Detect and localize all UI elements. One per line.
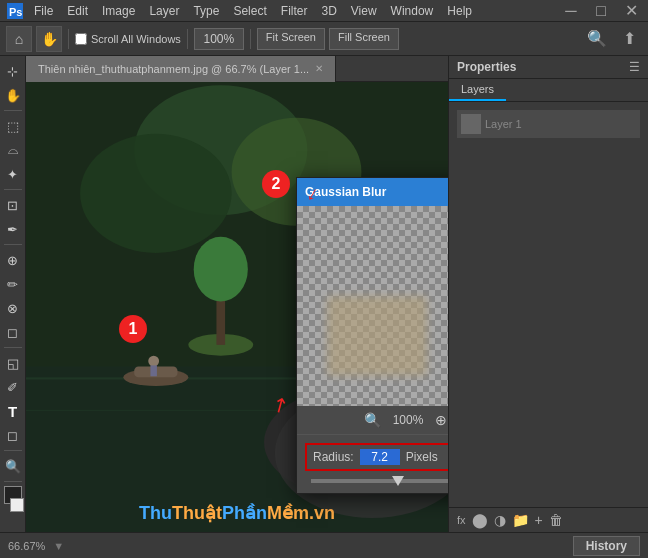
zoom-display: 100% bbox=[194, 28, 244, 50]
radius-unit: Pixels bbox=[406, 450, 438, 464]
slider-row bbox=[305, 477, 448, 485]
canvas-area: Thiên nhiên_thuthuatphanmem.jpg @ 66.7% … bbox=[26, 56, 448, 532]
pen-tool[interactable]: ✐ bbox=[2, 376, 24, 398]
panel-new-layer-icon[interactable]: + bbox=[535, 512, 543, 528]
eraser-tool[interactable]: ◻ bbox=[2, 321, 24, 343]
layers-tab[interactable]: Layers bbox=[449, 79, 506, 101]
preview-controls: 🔍 100% ⊕ bbox=[297, 406, 448, 434]
tab-filename: Thiên nhiên_thuthuatphanmem.jpg @ 66.7% … bbox=[38, 63, 309, 75]
menu-bar: Ps File Edit Image Layer Type Select Fil… bbox=[0, 0, 648, 22]
hand-tool-left[interactable]: ✋ bbox=[2, 84, 24, 106]
dialog-title-text: Gaussian Blur bbox=[305, 185, 448, 199]
arrow-1-indicator: ↗ bbox=[266, 390, 293, 419]
history-button[interactable]: History bbox=[573, 536, 640, 556]
right-panel: Properties ☰ Layers Layer 1 fx ⬤ ◑ 📁 + 🗑 bbox=[448, 56, 648, 532]
gaussian-blur-dialog: Gaussian Blur ✕ 🔍 100% ⊕ bbox=[296, 177, 448, 494]
lt-separator-4 bbox=[4, 347, 22, 348]
panel-content: Layer 1 bbox=[449, 102, 648, 507]
lasso-tool[interactable]: ⌓ bbox=[2, 139, 24, 161]
menu-edit[interactable]: Edit bbox=[61, 2, 94, 20]
dialog-preview-area: 🔍 100% ⊕ bbox=[297, 206, 448, 434]
panel-menu-icon[interactable]: ☰ bbox=[629, 60, 640, 74]
menu-select[interactable]: Select bbox=[227, 2, 272, 20]
menu-3d[interactable]: 3D bbox=[315, 2, 342, 20]
preview-blur-area bbox=[327, 296, 427, 376]
scroll-all-checkbox[interactable] bbox=[75, 33, 87, 45]
lt-separator-1 bbox=[4, 110, 22, 111]
dialog-footer: Radius: 7.2 Pixels bbox=[297, 434, 448, 493]
home-button[interactable]: ⌂ bbox=[6, 26, 32, 52]
hand-tool[interactable]: ✋ bbox=[36, 26, 62, 52]
quick-select-tool[interactable]: ✦ bbox=[2, 163, 24, 185]
app-logo: Ps bbox=[4, 0, 26, 22]
menu-help[interactable]: Help bbox=[441, 2, 478, 20]
menu-type[interactable]: Type bbox=[187, 2, 225, 20]
scroll-all-container: Scroll All Windows bbox=[75, 33, 181, 45]
lt-separator-5 bbox=[4, 450, 22, 451]
background-color[interactable] bbox=[10, 498, 24, 512]
panel-fx-icon[interactable]: fx bbox=[457, 514, 466, 526]
maximize-button[interactable]: □ bbox=[588, 0, 614, 24]
menu-layer[interactable]: Layer bbox=[143, 2, 185, 20]
gradient-tool[interactable]: ◱ bbox=[2, 352, 24, 374]
radius-value[interactable]: 7.2 bbox=[360, 449, 400, 465]
zoom-tool-left[interactable]: 🔍 bbox=[2, 455, 24, 477]
fit-screen-button[interactable]: Fit Screen bbox=[257, 28, 325, 50]
panel-mask-icon[interactable]: ⬤ bbox=[472, 512, 488, 528]
clone-tool[interactable]: ⊗ bbox=[2, 297, 24, 319]
search-icon[interactable]: 🔍 bbox=[584, 26, 610, 52]
text-tool[interactable]: T bbox=[2, 400, 24, 422]
toolbar-separator bbox=[68, 29, 69, 49]
shape-tool[interactable]: ◻ bbox=[2, 424, 24, 446]
close-button[interactable]: ✕ bbox=[618, 0, 644, 24]
menu-view[interactable]: View bbox=[345, 2, 383, 20]
radius-slider-thumb[interactable] bbox=[392, 476, 404, 486]
zoom-in-icon[interactable]: ⊕ bbox=[435, 412, 447, 428]
toolbar: ⌂ ✋ Scroll All Windows 100% Fit Screen F… bbox=[0, 22, 648, 56]
lt-separator-6 bbox=[4, 481, 22, 482]
lt-separator-3 bbox=[4, 244, 22, 245]
panel-header: Properties ☰ bbox=[449, 56, 648, 79]
canvas-content: ThuThuậtPhầnMềm.vn 1 Gaussian Blur ✕ bbox=[26, 82, 448, 532]
tab-close-button[interactable]: ✕ bbox=[315, 63, 323, 74]
brush-tool[interactable]: ✏ bbox=[2, 273, 24, 295]
upload-icon[interactable]: ⬆ bbox=[616, 26, 642, 52]
panel-delete-icon[interactable]: 🗑 bbox=[549, 512, 563, 528]
panel-folder-icon[interactable]: 📁 bbox=[512, 512, 529, 528]
marquee-tool[interactable]: ⬚ bbox=[2, 115, 24, 137]
minimize-button[interactable]: ─ bbox=[558, 0, 584, 24]
scroll-all-label: Scroll All Windows bbox=[91, 33, 181, 45]
crop-tool[interactable]: ⊡ bbox=[2, 194, 24, 216]
preview-zoom-label: 100% bbox=[393, 413, 424, 427]
left-toolbar: ⊹ ✋ ⬚ ⌓ ✦ ⊡ ✒ ⊕ ✏ ⊗ ◻ ◱ ✐ T ◻ 🔍 bbox=[0, 56, 26, 532]
radius-row: Radius: 7.2 Pixels bbox=[305, 443, 448, 471]
radius-slider-track[interactable] bbox=[311, 479, 448, 483]
menu-window[interactable]: Window bbox=[385, 2, 440, 20]
panel-bottom-bar: fx ⬤ ◑ 📁 + 🗑 bbox=[449, 507, 648, 532]
dialog-body: 🔍 100% ⊕ OK Cancel Preview bbox=[297, 206, 448, 434]
status-zoom: 66.67% bbox=[8, 540, 45, 552]
tab-bar: Thiên nhiên_thuthuatphanmem.jpg @ 66.7% … bbox=[26, 56, 448, 82]
main-area: ⊹ ✋ ⬚ ⌓ ✦ ⊡ ✒ ⊕ ✏ ⊗ ◻ ◱ ✐ T ◻ 🔍 Thiên nh… bbox=[0, 56, 648, 532]
panel-tabs: Layers bbox=[449, 79, 648, 102]
layer-item-1[interactable]: Layer 1 bbox=[485, 118, 522, 130]
radius-label: Radius: bbox=[313, 450, 354, 464]
menu-image[interactable]: Image bbox=[96, 2, 141, 20]
menu-file[interactable]: File bbox=[28, 2, 59, 20]
badge-2: 2 bbox=[262, 170, 290, 198]
status-bar: 66.67% ▼ History bbox=[0, 532, 648, 558]
fill-screen-button[interactable]: Fill Screen bbox=[329, 28, 399, 50]
panel-adjust-icon[interactable]: ◑ bbox=[494, 512, 506, 528]
toolbar-separator-2 bbox=[187, 29, 188, 49]
toolbar-right: 🔍 ⬆ bbox=[584, 26, 642, 52]
healing-tool[interactable]: ⊕ bbox=[2, 249, 24, 271]
active-tab[interactable]: Thiên nhiên_thuthuatphanmem.jpg @ 66.7% … bbox=[26, 56, 336, 82]
preview-canvas bbox=[297, 206, 448, 406]
toolbar-separator-3 bbox=[250, 29, 251, 49]
menu-filter[interactable]: Filter bbox=[275, 2, 314, 20]
panel-title: Properties bbox=[457, 60, 516, 74]
eyedropper-tool[interactable]: ✒ bbox=[2, 218, 24, 240]
zoom-out-icon[interactable]: 🔍 bbox=[364, 412, 381, 428]
move-tool[interactable]: ⊹ bbox=[2, 60, 24, 82]
lt-separator-2 bbox=[4, 189, 22, 190]
